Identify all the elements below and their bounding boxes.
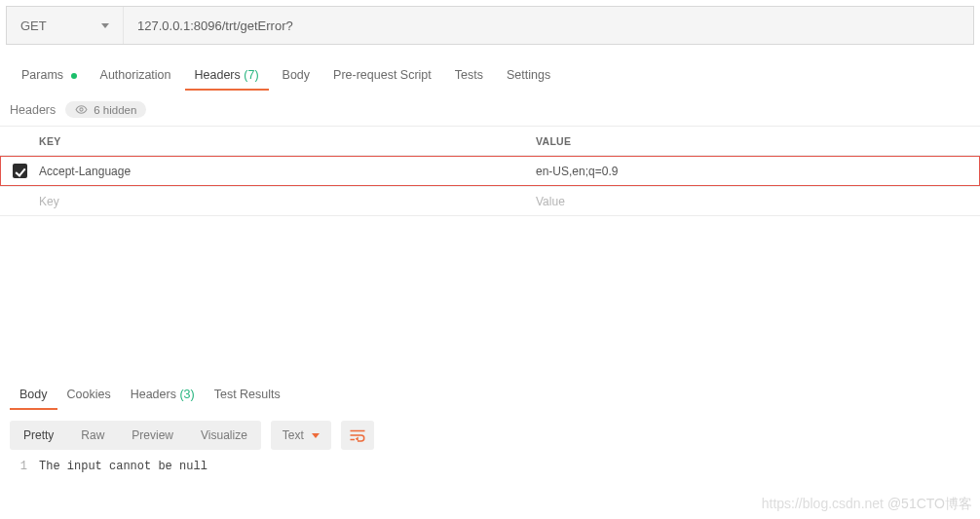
header-value-placeholder[interactable]: Value bbox=[536, 195, 980, 208]
wrap-icon bbox=[349, 428, 366, 442]
tab-settings[interactable]: Settings bbox=[495, 62, 562, 88]
watermark-right: @51CTO博客 bbox=[887, 496, 972, 511]
view-visualize-button[interactable]: Visualize bbox=[187, 421, 261, 450]
tab-body[interactable]: Body bbox=[271, 62, 322, 88]
tab-tests[interactable]: Tests bbox=[443, 62, 495, 88]
url-text: 127.0.0.1:8096/trt/getError? bbox=[137, 19, 293, 33]
tab-headers-label: Headers bbox=[195, 68, 241, 82]
headers-section-title: Headers bbox=[10, 103, 56, 117]
response-body-text: The input cannot be null bbox=[39, 460, 207, 473]
body-format-select[interactable]: Text bbox=[271, 421, 331, 450]
tab-prerequest[interactable]: Pre-request Script bbox=[321, 62, 443, 88]
resp-tab-headers[interactable]: Headers (3) bbox=[121, 382, 205, 407]
view-pretty-button[interactable]: Pretty bbox=[10, 421, 67, 450]
resp-tab-test-results[interactable]: Test Results bbox=[205, 382, 290, 407]
tab-headers-count: (7) bbox=[244, 68, 258, 82]
header-key-placeholder[interactable]: Key bbox=[39, 195, 536, 208]
watermark-left: https://blog.csdn.net bbox=[762, 496, 884, 511]
checkbox-icon[interactable] bbox=[13, 164, 27, 178]
response-body[interactable]: 1 The input cannot be null bbox=[10, 460, 980, 473]
tab-params[interactable]: Params bbox=[10, 62, 89, 88]
http-method-select[interactable]: GET bbox=[7, 7, 124, 44]
svg-point-0 bbox=[80, 108, 83, 111]
resp-tab-body[interactable]: Body bbox=[10, 382, 57, 407]
url-input[interactable]: 127.0.0.1:8096/trt/getError? bbox=[124, 7, 973, 44]
resp-tab-headers-count: (3) bbox=[179, 388, 194, 401]
http-method-label: GET bbox=[20, 19, 47, 33]
resp-tab-headers-label: Headers bbox=[131, 388, 176, 401]
column-value: VALUE bbox=[536, 135, 980, 147]
hidden-headers-toggle[interactable]: 6 hidden bbox=[65, 101, 146, 118]
view-preview-button[interactable]: Preview bbox=[118, 421, 187, 450]
wrap-lines-button[interactable] bbox=[341, 421, 374, 450]
body-format-label: Text bbox=[283, 428, 304, 442]
chevron-down-icon bbox=[312, 433, 320, 438]
tab-params-label: Params bbox=[21, 68, 63, 82]
watermark: https://blog.csdn.net @51CTO博客 bbox=[762, 496, 972, 513]
changes-dot-icon bbox=[71, 73, 77, 79]
view-mode-group: Pretty Raw Preview Visualize bbox=[10, 421, 261, 450]
eye-icon bbox=[75, 103, 88, 116]
table-row[interactable]: Accept-Language en-US,en;q=0.9 bbox=[0, 156, 980, 186]
view-raw-button[interactable]: Raw bbox=[67, 421, 118, 450]
line-number: 1 bbox=[10, 460, 39, 473]
tab-authorization[interactable]: Authorization bbox=[89, 62, 183, 88]
resp-tab-cookies[interactable]: Cookies bbox=[57, 382, 121, 407]
hidden-headers-label: 6 hidden bbox=[94, 104, 136, 116]
table-row-new[interactable]: Key Value bbox=[0, 186, 980, 216]
headers-table-head: KEY VALUE bbox=[0, 126, 980, 156]
tab-headers[interactable]: Headers (7) bbox=[183, 62, 271, 88]
header-value-input[interactable]: en-US,en;q=0.9 bbox=[536, 165, 980, 178]
column-key: KEY bbox=[39, 135, 536, 147]
header-key-input[interactable]: Accept-Language bbox=[39, 165, 536, 178]
chevron-down-icon bbox=[101, 23, 109, 28]
